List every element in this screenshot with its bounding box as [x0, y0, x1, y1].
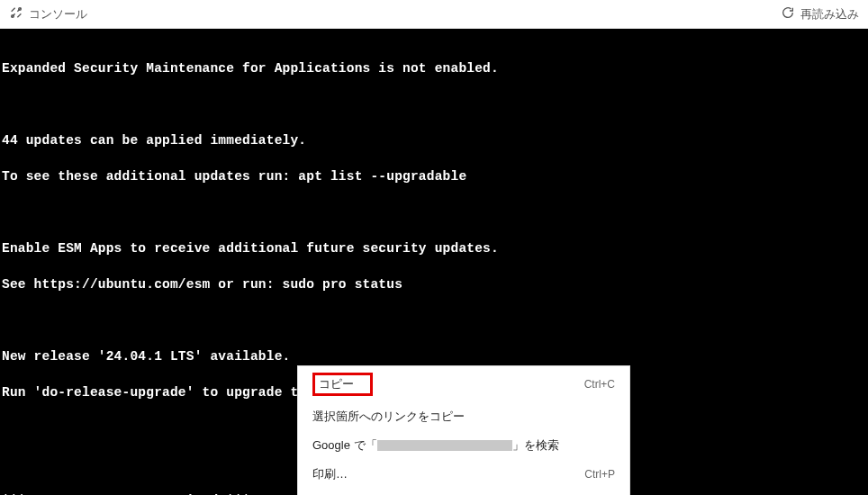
redacted-search-term: [377, 440, 512, 451]
topbar-left: コンソール: [9, 5, 87, 22]
menu-print-label: 印刷…: [312, 466, 348, 482]
term-line: [0, 95, 868, 113]
menu-item-copy-link[interactable]: 選択箇所へのリンクをコピー: [298, 402, 629, 431]
menu-copy-label: コピー: [312, 373, 373, 396]
menu-search-label: Google で「」を検索: [312, 437, 559, 454]
reload-label: 再読み込み: [800, 6, 859, 22]
term-line: New release '24.04.1 LTS' available.: [0, 347, 868, 365]
term-line: Expanded Security Maintenance for Applic…: [0, 59, 868, 77]
menu-item-copy[interactable]: コピー Ctrl+C: [298, 366, 629, 402]
topbar-title: コンソール: [29, 6, 87, 22]
term-line: [0, 203, 868, 221]
reload-icon: [781, 5, 795, 22]
tools-icon: [9, 5, 23, 22]
term-line: 44 updates can be applied immediately.: [0, 131, 868, 149]
menu-print-shortcut: Ctrl+P: [584, 468, 615, 481]
context-menu: コピー Ctrl+C 選択箇所へのリンクをコピー Google で「」を検索 印…: [297, 365, 630, 495]
menu-copylink-label: 選択箇所へのリンクをコピー: [312, 409, 465, 425]
menu-copy-shortcut: Ctrl+C: [584, 378, 615, 391]
menu-item-google-search[interactable]: Google で「」を検索: [298, 431, 629, 460]
menu-item-translate[interactable]: 選択範囲を日本語に翻訳: [298, 489, 629, 495]
console-topbar: コンソール 再読み込み: [0, 0, 868, 29]
menu-item-print[interactable]: 印刷… Ctrl+P: [298, 460, 629, 489]
reload-button[interactable]: 再読み込み: [781, 5, 859, 22]
term-line: Enable ESM Apps to receive additional fu…: [0, 239, 868, 257]
term-line: [0, 311, 868, 329]
term-line: See https://ubuntu.com/esm or run: sudo …: [0, 275, 868, 293]
term-line: To see these additional updates run: apt…: [0, 167, 868, 185]
